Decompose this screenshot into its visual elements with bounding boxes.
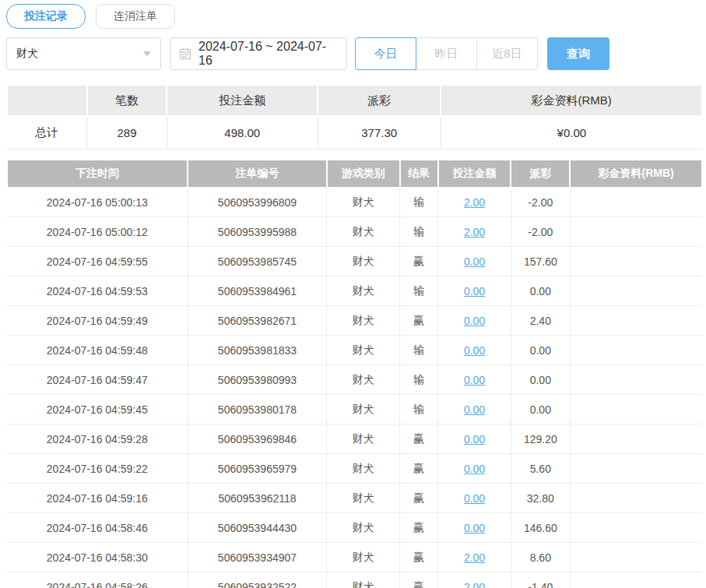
summary-total-amount: 498.00 (167, 116, 318, 149)
cell-payout: 146.60 (511, 513, 570, 543)
cell-bonus (570, 217, 702, 247)
cell-bonus (570, 306, 702, 336)
bet-amount-link[interactable]: 0.00 (464, 315, 485, 327)
game-select[interactable]: 财犬 (6, 37, 161, 70)
cell-order-number: 5060953980993 (188, 365, 327, 395)
header-result: 结果 (400, 160, 438, 188)
summary-header-payout: 派彩 (318, 85, 441, 116)
table-row: 2024-07-16 04:59:49 5060953982671 财犬 赢 0… (7, 306, 702, 336)
yesterday-button[interactable]: 昨日 (416, 37, 477, 70)
game-select-value: 财犬 (16, 47, 38, 61)
bets-table-body: 2024-07-16 05:00:13 5060953996809 财犬 输 2… (7, 188, 702, 588)
cell-game-type: 财犬 (327, 188, 400, 217)
bet-amount-link[interactable]: 0.00 (464, 522, 485, 534)
cell-payout: 5.60 (511, 454, 570, 484)
tab-cancelled-orders[interactable]: 连消注单 (96, 4, 175, 29)
tab-cancelled-orders-label: 连消注单 (114, 9, 157, 23)
cell-bet-amount: 0.00 (438, 336, 511, 365)
cell-order-number: 5060953984961 (188, 276, 327, 306)
cell-result: 赢 (400, 306, 438, 336)
cell-bet-time: 2024-07-16 04:59:55 (7, 247, 188, 276)
cell-bonus (570, 395, 702, 424)
bet-amount-link[interactable]: 0.00 (464, 285, 485, 298)
tab-betting-records[interactable]: 投注记录 (6, 4, 86, 29)
bets-table: 下注时间 注单编号 游戏类别 结果 投注金额 派彩 彩金资料(RMB) 2024… (6, 159, 703, 588)
cell-result: 输 (400, 365, 438, 395)
cell-payout: -1.40 (511, 572, 570, 588)
cell-payout: 129.20 (511, 424, 570, 454)
cell-order-number: 5060953944430 (188, 513, 327, 543)
summary-total-payout: 377.30 (318, 116, 441, 149)
table-row: 2024-07-16 04:59:55 5060953985745 财犬 赢 0… (7, 247, 702, 276)
header-bet-time: 下注时间 (7, 160, 188, 188)
cell-bet-amount: 0.00 (438, 454, 511, 484)
summary-header-row: 笔数 投注金额 派彩 彩金资料(RMB) (7, 85, 702, 116)
cell-payout: 0.00 (511, 365, 570, 395)
bet-amount-link[interactable]: 0.00 (464, 374, 485, 386)
bet-amount-link[interactable]: 0.00 (464, 255, 485, 268)
summary-header-bonus: 彩金资料(RMB) (441, 85, 702, 116)
today-button[interactable]: 今日 (355, 37, 416, 70)
cell-payout: -2.00 (511, 217, 570, 247)
header-bonus: 彩金资料(RMB) (570, 160, 702, 188)
table-row: 2024-07-16 04:59:48 5060953981833 财犬 输 0… (7, 336, 702, 365)
cell-payout: -2.00 (511, 188, 570, 217)
cell-order-number: 5060953985745 (188, 247, 327, 276)
cell-bet-amount: 0.00 (438, 424, 511, 454)
date-range-input[interactable]: 2024-07-16 ~ 2024-07-16 (170, 37, 347, 70)
query-button[interactable]: 查询 (547, 37, 609, 70)
cell-payout: 2.40 (511, 306, 570, 336)
cell-bet-amount: 0.00 (438, 513, 511, 543)
cell-bet-time: 2024-07-16 05:00:12 (7, 217, 188, 247)
table-row: 2024-07-16 04:58:46 5060953944430 财犬 赢 0… (7, 513, 702, 543)
cell-bet-time: 2024-07-16 04:58:26 (7, 572, 188, 588)
bet-amount-link[interactable]: 2.00 (464, 581, 485, 588)
cell-result: 输 (400, 217, 438, 247)
cell-bet-amount: 2.00 (438, 188, 511, 217)
record-type-tabs: 投注记录 连消注单 (6, 4, 703, 29)
table-row: 2024-07-16 04:59:22 5060953965979 财犬 赢 0… (7, 454, 702, 484)
cell-bet-time: 2024-07-16 05:00:13 (7, 188, 188, 217)
table-row: 2024-07-16 04:59:28 5060953969846 财犬 赢 0… (7, 424, 702, 454)
cell-order-number: 5060953995988 (188, 217, 327, 247)
cell-order-number: 5060953996809 (188, 188, 327, 217)
cell-payout: 0.00 (511, 395, 570, 424)
summary-total-label: 总计 (7, 116, 87, 149)
cell-order-number: 5060953980178 (188, 395, 327, 424)
table-row: 2024-07-16 05:00:13 5060953996809 财犬 输 2… (7, 188, 702, 217)
cell-result: 赢 (400, 513, 438, 543)
table-row: 2024-07-16 04:59:16 5060953962118 财犬 赢 0… (7, 484, 702, 513)
cell-bet-amount: 0.00 (438, 276, 511, 306)
bet-amount-link[interactable]: 0.00 (464, 433, 485, 445)
cell-game-type: 财犬 (327, 247, 400, 276)
cell-bet-time: 2024-07-16 04:59:53 (7, 276, 188, 306)
table-row: 2024-07-16 04:58:30 5060953934907 财犬 赢 2… (7, 543, 702, 572)
cell-game-type: 财犬 (327, 276, 400, 306)
cell-game-type: 财犬 (327, 543, 400, 572)
cell-bet-amount: 0.00 (438, 247, 511, 276)
cell-order-number: 5060953969846 (188, 424, 327, 454)
cell-bonus (570, 484, 702, 513)
bet-amount-link[interactable]: 2.00 (464, 226, 485, 238)
bet-amount-link[interactable]: 2.00 (464, 196, 485, 209)
cell-game-type: 财犬 (327, 424, 400, 454)
cell-bonus (570, 336, 702, 365)
bet-amount-link[interactable]: 0.00 (464, 344, 485, 357)
cell-bonus (570, 572, 702, 588)
cell-bet-time: 2024-07-16 04:59:16 (7, 484, 188, 513)
cell-order-number: 5060953965979 (188, 454, 327, 484)
cell-bonus (570, 424, 702, 454)
cell-bet-amount: 2.00 (438, 217, 511, 247)
cell-game-type: 财犬 (327, 306, 400, 336)
cell-result: 赢 (400, 484, 438, 513)
quick-range-group: 今日 昨日 近8日 (355, 37, 538, 70)
table-row: 2024-07-16 04:59:53 5060953984961 财犬 输 0… (7, 276, 702, 306)
bet-amount-link[interactable]: 0.00 (464, 492, 485, 505)
cell-order-number: 5060953932522 (188, 572, 327, 588)
bet-amount-link[interactable]: 0.00 (464, 403, 485, 416)
last-8-days-button[interactable]: 近8日 (476, 37, 538, 70)
cell-result: 输 (400, 276, 438, 306)
cell-bonus (570, 365, 702, 395)
bet-amount-link[interactable]: 2.00 (464, 551, 485, 564)
bet-amount-link[interactable]: 0.00 (464, 463, 485, 475)
